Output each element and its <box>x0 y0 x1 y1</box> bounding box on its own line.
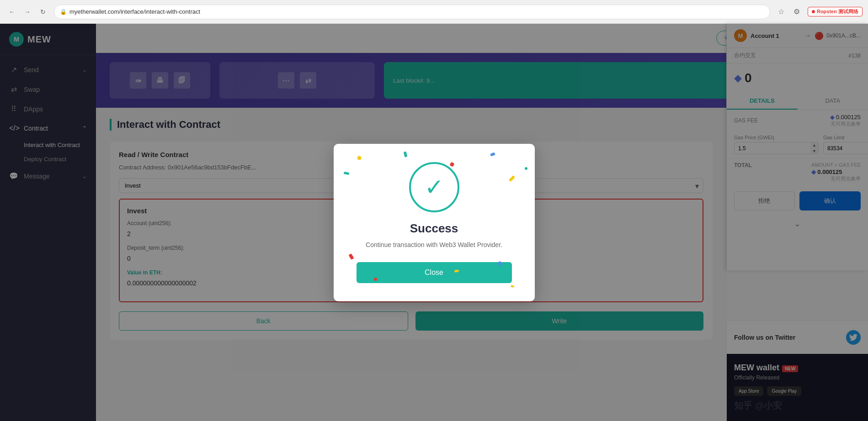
lock-icon: 🔒 <box>60 9 67 15</box>
bookmark-btn[interactable]: ☆ <box>775 5 788 18</box>
modal-close-btn[interactable]: Close <box>357 262 512 283</box>
url-text: myetherwallet.com/interface/interact-wit… <box>69 8 200 15</box>
browser-actions: ☆ ⚙ <box>775 5 803 18</box>
reload-btn[interactable]: ↻ <box>37 5 49 18</box>
success-icon-ring: ✓ <box>409 162 459 212</box>
app-container: M MEW ↗ Send ⌄ ⇄ Swap ⠿ DApps </> Contra… <box>0 24 868 421</box>
browser-bar: ← → ↻ 🔒 myetherwallet.com/interface/inte… <box>0 0 868 24</box>
address-bar[interactable]: 🔒 myetherwallet.com/interface/interact-w… <box>54 5 770 19</box>
modal-title: Success <box>357 221 512 236</box>
back-nav-btn[interactable]: ← <box>5 5 18 18</box>
extensions-btn[interactable]: ⚙ <box>790 5 803 18</box>
modal-message: Continue transaction with Web3 Wallet Pr… <box>357 241 512 248</box>
modal-overlay: ✓ Success Continue transaction with Web3… <box>0 24 868 421</box>
forward-nav-btn[interactable]: → <box>21 5 34 18</box>
checkmark-icon: ✓ <box>425 174 444 200</box>
ropsten-badge: Ropsten 测试网络 <box>808 7 863 16</box>
ropsten-dot <box>812 10 815 13</box>
ropsten-label: Ropsten 测试网络 <box>817 8 858 15</box>
success-modal: ✓ Success Continue transaction with Web3… <box>334 144 535 301</box>
browser-nav: ← → ↻ <box>5 5 49 18</box>
